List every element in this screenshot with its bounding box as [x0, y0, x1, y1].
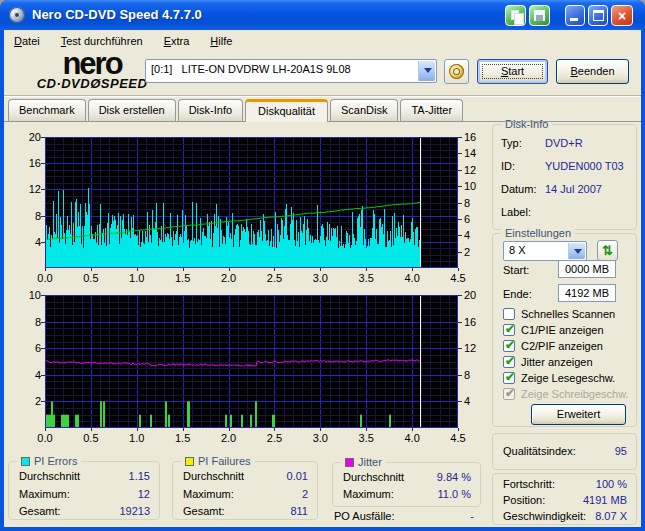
- disk-type-value: DVD+R: [545, 137, 583, 149]
- axis-tickmark: [41, 322, 45, 323]
- axis-tickmark: [41, 348, 45, 349]
- axis-tick-label: 4.0: [395, 272, 429, 284]
- jitter-avg-label: Durchschnitt: [343, 471, 404, 483]
- drive-select[interactable]: [0:1] LITE-ON DVDRW LH-20A1S 9L08: [145, 59, 437, 83]
- eject-disc-button[interactable]: [444, 59, 469, 84]
- check-icon: ✔: [505, 370, 515, 384]
- pi-failures-max-label: Maximum:: [183, 488, 234, 500]
- axis-tickmark: [458, 428, 459, 431]
- pi-errors-max-value: 12: [138, 488, 150, 500]
- axis-tick-label: 8: [464, 369, 491, 381]
- pi-errors-total-label: Gesamt:: [19, 505, 61, 517]
- tab-disk-info[interactable]: Disk-Info: [178, 99, 243, 121]
- checkbox-box: ✔: [503, 372, 515, 384]
- axis-tick-label: 12: [464, 342, 491, 354]
- title-bar[interactable]: Nero CD-DVD Speed 4.7.7.0 ×: [0, 0, 645, 30]
- tab-diskqualitaet[interactable]: Diskqualität: [245, 99, 328, 122]
- start-button[interactable]: Start: [477, 59, 548, 84]
- axis-tick-label: 2.5: [257, 272, 291, 284]
- axis-tickmark: [458, 203, 462, 204]
- end-position-field[interactable]: 4192 MB: [558, 284, 616, 302]
- axis-tick-label: 14: [464, 147, 491, 159]
- advanced-button[interactable]: Erweitert: [531, 404, 626, 425]
- axis-tickmark: [41, 189, 45, 190]
- po-failures-label: PO Ausfälle:: [334, 510, 395, 522]
- start-position-field[interactable]: 0000 MB: [558, 260, 616, 278]
- disk-type-label: Typ:: [501, 137, 522, 149]
- checkbox-box: ✔: [503, 356, 515, 368]
- axis-tickmark: [458, 137, 462, 138]
- settings-box: Einstellungen 8 X ⇅ Start: 0000 MB Ende:…: [492, 233, 637, 427]
- axis-tickmark: [412, 428, 413, 431]
- axis-tickmark: [41, 242, 45, 243]
- axis-tick-label: 3.0: [303, 432, 337, 444]
- axis-tick-label: 2: [14, 395, 41, 407]
- tab-disk-erstellen[interactable]: Disk erstellen: [88, 99, 176, 121]
- axis-tickmark: [137, 268, 138, 271]
- position-value: 4191 MB: [583, 494, 627, 506]
- menu-extra[interactable]: Extra: [162, 33, 192, 49]
- speed-select[interactable]: 8 X: [503, 241, 587, 261]
- drive-select-arrow[interactable]: [418, 61, 435, 81]
- toolbar-separator: [4, 95, 641, 97]
- tab-benchmark[interactable]: Benchmark: [8, 99, 86, 121]
- tab-scandisk[interactable]: ScanDisk: [330, 99, 398, 121]
- axis-tickmark: [229, 268, 230, 271]
- menu-hilfe[interactable]: Hilfe: [208, 33, 234, 49]
- disk-id-value: YUDEN000 T03: [545, 160, 624, 172]
- chevron-down-icon: [424, 68, 432, 73]
- axis-tickmark: [366, 268, 367, 271]
- menu-datei[interactable]: Datei: [12, 33, 42, 49]
- app-icon: [9, 7, 25, 23]
- axis-tick-label: 10: [464, 180, 491, 192]
- axis-tickmark: [458, 186, 462, 187]
- axis-tick-label: 16: [14, 157, 41, 169]
- maximize-button[interactable]: [588, 5, 608, 26]
- speed-select-value: 8 X: [509, 244, 526, 256]
- start-position-label: Start:: [503, 264, 529, 276]
- jitter-max-label: Maximum:: [343, 488, 394, 500]
- axis-tickmark: [41, 375, 45, 376]
- speed-select-arrow[interactable]: [568, 243, 585, 259]
- axis-tick-label: 4.5: [441, 272, 475, 284]
- axis-tickmark: [458, 268, 459, 271]
- quality-index-label: Qualitätsindex:: [503, 445, 576, 457]
- axis-tick-label: 20: [14, 131, 41, 143]
- disk-info-caption: Disk-Info: [501, 118, 552, 130]
- pi-failures-caption: PI Failures: [181, 455, 255, 467]
- disc-icon: [449, 64, 464, 79]
- disk-label-label: Label:: [501, 206, 531, 218]
- axis-tick-label: 2: [464, 246, 491, 258]
- save-icon: [534, 10, 545, 21]
- progress-box: Fortschritt:100 % Position:4191 MB Gesch…: [492, 473, 637, 525]
- save-button[interactable]: [529, 5, 550, 26]
- pi-failures-stats-box: PI Failures Durchschnitt0.01 Maximum:2 G…: [172, 461, 318, 520]
- axis-tick-label: 4: [464, 229, 491, 241]
- axis-tick-label: 1.5: [166, 432, 200, 444]
- axis-tickmark: [320, 268, 321, 271]
- disk-id-label: ID:: [501, 160, 515, 172]
- progress-label: Fortschritt:: [503, 478, 555, 490]
- window-title: Nero CD-DVD Speed 4.7.7.0: [32, 7, 202, 22]
- axis-tickmark: [229, 428, 230, 431]
- axis-tickmark: [458, 219, 462, 220]
- app-window: Nero CD-DVD Speed 4.7.7.0 × Datei Test d…: [0, 0, 645, 531]
- checkbox-box: ✔: [503, 308, 515, 320]
- jitter-avg-value: 9.84 %: [437, 471, 471, 483]
- close-button[interactable]: ×: [611, 5, 633, 26]
- axis-tickmark: [41, 295, 45, 296]
- check-icon: ✔: [505, 338, 515, 352]
- axis-tick-label: 1.0: [120, 272, 154, 284]
- refresh-icon: ⇅: [598, 241, 617, 260]
- speed-value: 8.07 X: [595, 510, 627, 522]
- copy-button[interactable]: [505, 5, 526, 26]
- pi-failures-legend-swatch: [185, 457, 194, 466]
- refresh-speed-button[interactable]: ⇅: [597, 240, 618, 261]
- axis-tickmark: [458, 375, 462, 376]
- pi-failures-avg-label: Durchschnitt: [183, 470, 244, 482]
- quit-button[interactable]: Beenden: [556, 59, 629, 84]
- po-failures-row: PO Ausfälle: -: [334, 510, 474, 524]
- minimize-button[interactable]: [565, 5, 585, 26]
- axis-tick-label: 3.5: [349, 432, 383, 444]
- tab-ta-jitter[interactable]: TA-Jitter: [400, 99, 463, 121]
